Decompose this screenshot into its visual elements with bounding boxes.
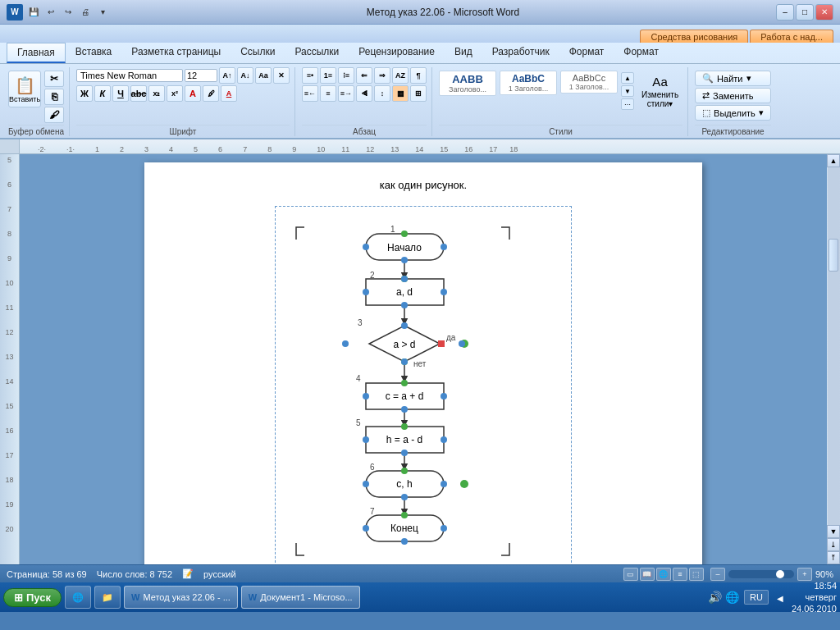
drawing-tools-tab[interactable]: Средства рисования (640, 30, 748, 43)
font-name-select[interactable] (76, 69, 183, 82)
tab-review[interactable]: Рецензирование (349, 43, 445, 63)
start-button[interactable]: ⊞ Пуск (3, 588, 62, 607)
superscript-btn[interactable]: x² (167, 85, 183, 102)
underline-btn[interactable]: Ч (112, 85, 129, 102)
ribbon-content: 📋 Вставить ✂ ⎘ 🖌 Буфер обмена A↑ A↓ Аа ✕ (0, 64, 840, 138)
border-btn[interactable]: ⊞ (410, 85, 427, 102)
font-color-btn[interactable]: А (221, 85, 237, 102)
zoom-in-btn[interactable]: + (797, 568, 812, 581)
select-dropdown-icon: ▾ (759, 107, 764, 118)
view-draft-btn[interactable]: ⬚ (689, 568, 704, 581)
decrease-indent-btn[interactable]: ⇐ (356, 67, 372, 84)
change-styles-btn[interactable]: Аа Изменитьстили▾ (637, 71, 682, 112)
align-center-btn[interactable]: ≡ (320, 85, 336, 102)
dropdown-btn[interactable]: ▾ (95, 5, 110, 20)
shading-btn[interactable]: ▦ (392, 85, 409, 102)
copy-button[interactable]: ⎘ (44, 89, 64, 105)
italic-btn[interactable]: К (94, 85, 111, 102)
tab-references[interactable]: Ссылки (231, 43, 285, 63)
sort-btn[interactable]: AZ (392, 67, 409, 84)
tab-developer[interactable]: Разработчик (482, 43, 559, 63)
scroll-track[interactable] (828, 167, 839, 525)
font-increase-btn[interactable]: A↑ (219, 67, 235, 84)
find-btn[interactable]: 🔍 Найти ▾ (695, 71, 771, 86)
tray-icon-1[interactable]: 🔊 (708, 591, 722, 604)
ie-quick-launch[interactable]: 🌐 (65, 586, 91, 609)
change-case-btn[interactable]: Аа (255, 67, 272, 84)
node6-number: 6 (370, 463, 375, 472)
tab-insert[interactable]: Вставка (66, 43, 122, 63)
tab-home[interactable]: Главная (7, 43, 66, 63)
explorer-quick-launch[interactable]: 📁 (94, 586, 121, 609)
zoom-slider[interactable] (728, 570, 794, 578)
justify-btn[interactable]: ⫷ (356, 85, 372, 102)
taskbar-word2[interactable]: W Документ1 - Microsо... (241, 586, 360, 609)
undo-btn[interactable]: ↩ (43, 5, 58, 20)
flowchart-container[interactable]: Начало 1 a, d 2 (275, 206, 572, 564)
styles-scroll-down[interactable]: ▼ (621, 85, 634, 97)
highlight-btn[interactable]: 🖊 (203, 85, 219, 102)
view-read-btn[interactable]: 📖 (640, 568, 655, 581)
flowchart-wrapper: Начало 1 a, d 2 (177, 198, 669, 564)
paste-button[interactable]: 📋 Вставить (8, 71, 41, 107)
handle-7-b (401, 538, 408, 545)
numbering-btn[interactable]: 1≡ (320, 67, 336, 84)
clipboard-label: Буфер обмена (8, 125, 64, 136)
style-heading1[interactable]: AABB Заголово... (439, 71, 496, 96)
scroll-prev-page[interactable]: ⤒ (827, 551, 840, 564)
view-outline-btn[interactable]: ≡ (673, 568, 687, 581)
scroll-next-page[interactable]: ⤓ (827, 538, 840, 551)
select-btn[interactable]: ⬚ Выделить ▾ (695, 105, 771, 121)
styles-expand[interactable]: ⋯ (621, 98, 634, 110)
main-area: 56 78 910 1112 1314 1516 1718 1920 как о… (0, 154, 840, 564)
minimize-btn[interactable]: – (776, 4, 794, 21)
cut-button[interactable]: ✂ (44, 71, 64, 87)
ribbon: Главная Вставка Разметка страницы Ссылки… (0, 43, 840, 139)
scroll-up-btn[interactable]: ▲ (827, 154, 840, 167)
clear-format-btn2[interactable]: А (185, 85, 201, 102)
replace-btn[interactable]: ⇄ Заменить (695, 88, 771, 103)
tab-format2[interactable]: Формат (614, 43, 669, 63)
align-left-btn[interactable]: ≡← (302, 85, 318, 102)
font-decrease-btn[interactable]: A↓ (237, 67, 253, 84)
handle-3-r (459, 340, 465, 347)
tab-layout[interactable]: Разметка страницы (121, 43, 231, 63)
clock-day: четверг (792, 591, 837, 603)
increase-indent-btn[interactable]: ⇒ (374, 67, 390, 84)
bullets-btn[interactable]: ≡• (302, 67, 318, 84)
subscript-btn[interactable]: x₂ (148, 85, 165, 102)
print-btn[interactable]: 🖨 (78, 5, 93, 20)
maximize-btn[interactable]: □ (796, 4, 814, 21)
language-btn[interactable]: RU (744, 590, 769, 605)
close-btn[interactable]: ✕ (815, 4, 833, 21)
save-btn[interactable]: 💾 (26, 5, 41, 20)
show-marks-btn[interactable]: ¶ (410, 67, 427, 84)
view-print-btn[interactable]: ▭ (623, 568, 638, 581)
scroll-down-btn[interactable]: ▼ (827, 525, 840, 538)
taskbar-word1[interactable]: W Метод указ 22.06 - ... (124, 586, 238, 609)
clipboard-group: 📋 Вставить ✂ ⎘ 🖌 Буфер обмена (3, 67, 70, 136)
tray-icon-2[interactable]: 🌐 (725, 591, 739, 604)
multilevel-btn[interactable]: ⁝≡ (338, 67, 354, 84)
style-heading3[interactable]: AaBbCc 1 Заголов... (560, 71, 618, 94)
bold-btn[interactable]: Ж (76, 85, 93, 102)
lang-arrow-left[interactable]: ◀ (774, 590, 787, 605)
redo-btn[interactable]: ↪ (61, 5, 75, 20)
align-right-btn[interactable]: ≡→ (338, 85, 354, 102)
style-heading2[interactable]: AaBbC 1 Заголов... (500, 71, 557, 95)
styles-scroll-up[interactable]: ▲ (621, 72, 634, 84)
font-group: A↑ A↓ Аа ✕ Ж К Ч abc x₂ x² А 🖊 А Шрифт (71, 67, 295, 136)
format-painter-button[interactable]: 🖌 (44, 107, 64, 123)
styles-group: AABB Заголово... AaBbC 1 Заголов... AaBb… (434, 67, 688, 136)
tab-view[interactable]: Вид (445, 43, 482, 63)
style-h2-label: 1 Заголов... (507, 84, 550, 93)
view-web-btn[interactable]: 🌐 (656, 568, 671, 581)
clear-format-btn[interactable]: ✕ (273, 67, 290, 84)
tab-mailings[interactable]: Рассылки (285, 43, 349, 63)
font-size-input[interactable] (185, 69, 217, 82)
zoom-out-btn[interactable]: – (710, 568, 725, 581)
work-with-tab[interactable]: Работа с над... (750, 30, 833, 43)
strikethrough-btn[interactable]: abc (130, 85, 147, 102)
tab-format1[interactable]: Формат (559, 43, 614, 63)
line-spacing-btn[interactable]: ↕ (374, 85, 390, 102)
